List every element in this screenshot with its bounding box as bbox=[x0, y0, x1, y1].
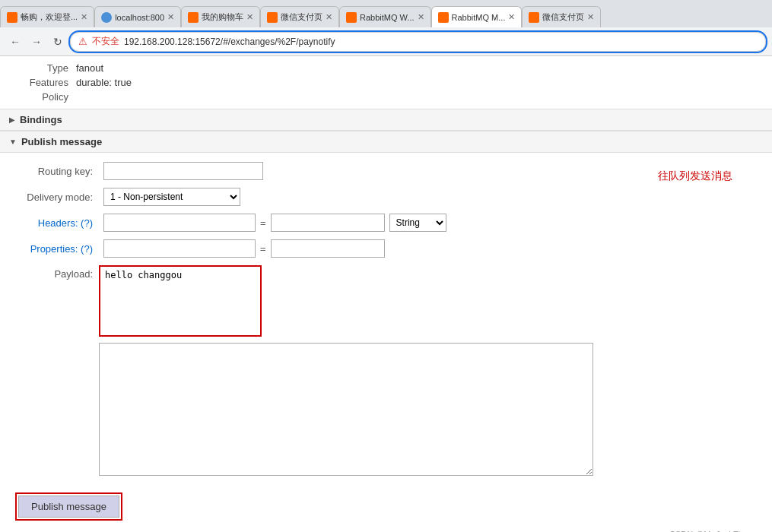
address-bar[interactable]: ⚠ 不安全 192.168.200.128:15672/#/exchanges/… bbox=[70, 32, 766, 52]
publish-section-header[interactable]: ▼ Publish message bbox=[0, 131, 772, 153]
publish-form-body: Routing key: Delivery mode: 1 - Non-pers… bbox=[0, 153, 772, 485]
tab-6-label: RabbitMQ M... bbox=[452, 13, 506, 22]
headers-value-input[interactable] bbox=[271, 214, 385, 232]
address-text: 192.168.200.128:15672/#/exchanges/%2F/pa… bbox=[124, 36, 335, 47]
tab-1[interactable]: 畅购，欢迎登... ✕ bbox=[0, 6, 94, 27]
back-button[interactable]: ← bbox=[6, 33, 24, 51]
publish-button-border: Publish message bbox=[15, 492, 122, 521]
security-icon: ⚠ bbox=[78, 36, 87, 47]
tab-3-label: 我的购物车 bbox=[202, 11, 243, 23]
tab-2[interactable]: localhost:800 ✕ bbox=[94, 6, 181, 27]
headers-key-input[interactable] bbox=[103, 214, 256, 232]
tab-6-close[interactable]: ✕ bbox=[508, 12, 515, 22]
tab-3-favicon bbox=[188, 12, 199, 23]
properties-equals: = bbox=[260, 243, 266, 255]
tab-7-close[interactable]: ✕ bbox=[587, 12, 594, 22]
tab-5[interactable]: RabbitMQ W... ✕ bbox=[339, 6, 431, 27]
tab-2-label: localhost:800 bbox=[115, 13, 164, 22]
properties-label: Properties: (?) bbox=[15, 243, 99, 255]
large-textarea-wrapper bbox=[99, 343, 605, 476]
tab-1-favicon bbox=[7, 12, 17, 23]
bindings-section-header[interactable]: ▶ Bindings bbox=[0, 109, 772, 131]
chinese-note: 往队列发送消息 bbox=[658, 169, 757, 183]
nav-bar: ← → ↻ ⚠ 不安全 192.168.200.128:15672/#/exch… bbox=[0, 27, 772, 56]
policy-label: Policy bbox=[15, 91, 76, 103]
page-content: Type fanout Features durable: true Polic… bbox=[0, 56, 772, 532]
publish-button-section: Publish message bbox=[0, 485, 772, 528]
features-value: durable: true bbox=[76, 77, 132, 88]
policy-row: Policy bbox=[15, 91, 757, 103]
tab-5-label: RabbitMQ W... bbox=[360, 13, 415, 22]
payload-textarea-border bbox=[99, 265, 262, 337]
tab-7-favicon bbox=[529, 12, 539, 23]
tab-4-close[interactable]: ✕ bbox=[326, 12, 332, 22]
tab-bar: 畅购，欢迎登... ✕ localhost:800 ✕ 我的购物车 ✕ 微信支付… bbox=[0, 0, 772, 27]
headers-row: Headers: (?) = String Integer Boolean bbox=[15, 214, 605, 232]
headers-label: Headers: (?) bbox=[15, 217, 99, 229]
headers-type-select[interactable]: String Integer Boolean bbox=[389, 214, 446, 232]
bindings-title: Bindings bbox=[20, 114, 62, 125]
tab-5-close[interactable]: ✕ bbox=[418, 12, 424, 22]
csdn-watermark: CSDN @Mr JackZhang bbox=[0, 528, 772, 532]
refresh-button[interactable]: ↻ bbox=[49, 33, 67, 51]
tab-7-label: 微信支付页 bbox=[542, 11, 584, 23]
payload-label: Payload: bbox=[15, 265, 99, 280]
payload-input[interactable] bbox=[100, 267, 260, 335]
publish-form-left: Routing key: Delivery mode: 1 - Non-pers… bbox=[15, 162, 605, 476]
properties-row: Properties: (?) = bbox=[15, 239, 605, 258]
publish-section-title: Publish message bbox=[21, 136, 102, 147]
publish-form-layout: Routing key: Delivery mode: 1 - Non-pers… bbox=[15, 162, 757, 476]
large-text-input[interactable] bbox=[99, 343, 593, 476]
headers-equals: = bbox=[260, 217, 266, 229]
tab-4-favicon bbox=[267, 12, 278, 23]
routing-key-input[interactable] bbox=[103, 162, 263, 180]
tab-6-favicon bbox=[438, 12, 449, 23]
features-label: Features bbox=[15, 77, 76, 88]
delivery-mode-select[interactable]: 1 - Non-persistent 2 - Persistent bbox=[103, 188, 240, 206]
routing-key-label: Routing key: bbox=[15, 166, 99, 177]
exchange-info: Type fanout Features durable: true Polic… bbox=[0, 56, 772, 109]
delivery-mode-label: Delivery mode: bbox=[15, 192, 99, 203]
tab-3-close[interactable]: ✕ bbox=[246, 12, 253, 22]
delivery-mode-row: Delivery mode: 1 - Non-persistent 2 - Pe… bbox=[15, 188, 605, 206]
tab-1-label: 畅购，欢迎登... bbox=[21, 11, 78, 23]
forward-button[interactable]: → bbox=[27, 33, 46, 51]
tab-2-close[interactable]: ✕ bbox=[167, 12, 174, 22]
features-row: Features durable: true bbox=[15, 77, 757, 88]
browser-chrome: 畅购，欢迎登... ✕ localhost:800 ✕ 我的购物车 ✕ 微信支付… bbox=[0, 0, 772, 56]
bindings-arrow-icon: ▶ bbox=[9, 116, 15, 124]
payload-row: Payload: bbox=[15, 265, 605, 337]
tab-4[interactable]: 微信支付页 ✕ bbox=[260, 6, 339, 27]
security-text: 不安全 bbox=[92, 35, 119, 48]
tab-2-favicon bbox=[101, 12, 112, 23]
tab-6[interactable]: RabbitMQ M... ✕ bbox=[431, 6, 523, 27]
properties-value-input[interactable] bbox=[271, 239, 385, 258]
tab-7[interactable]: 微信支付页 ✕ bbox=[522, 6, 601, 27]
type-value: fanout bbox=[76, 62, 103, 74]
publish-message-button[interactable]: Publish message bbox=[18, 496, 119, 518]
routing-key-row: Routing key: bbox=[15, 162, 605, 180]
tab-5-favicon bbox=[346, 12, 357, 23]
publish-message-section: ▼ Publish message Routing key: Delivery … bbox=[0, 131, 772, 485]
publish-arrow-icon: ▼ bbox=[9, 138, 17, 146]
publish-right-area: 往队列发送消息 bbox=[605, 162, 757, 476]
properties-key-input[interactable] bbox=[103, 239, 256, 258]
type-label: Type bbox=[15, 62, 76, 74]
tab-3[interactable]: 我的购物车 ✕ bbox=[181, 6, 260, 27]
tab-1-close[interactable]: ✕ bbox=[81, 12, 87, 22]
tab-4-label: 微信支付页 bbox=[281, 11, 322, 23]
type-row: Type fanout bbox=[15, 62, 757, 74]
